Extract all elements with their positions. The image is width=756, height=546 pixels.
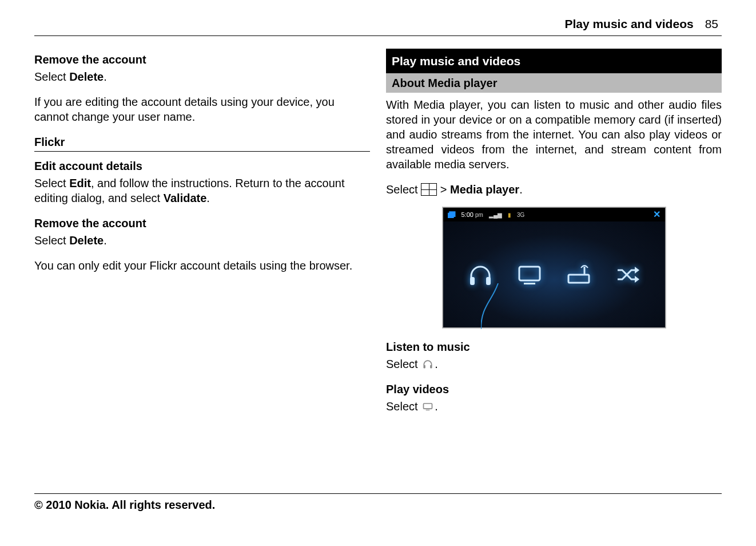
t: Select [386,400,421,413]
headphone-cord [481,283,515,329]
t: Select [386,358,421,370]
router-icon [565,261,592,288]
header-title: Play music and videos [564,17,693,31]
note-flickr-browser: You can only edit your Flickr account de… [34,258,370,273]
heading-listen-to-music: Listen to music [386,339,722,354]
apps-grid-icon [421,183,437,196]
bold-validate: Validate [164,192,207,204]
mp-ampm: pm [475,212,483,218]
header-page-number: 85 [705,17,718,31]
t: Select [34,70,69,83]
right-column: Play music and videos About Media player… [386,49,722,424]
footer-copyright: © 2010 Nokia. All rights reserved. [34,493,722,512]
text-listen-to-music: Select . [386,357,722,371]
section-title-play-music-videos: Play music and videos [386,49,722,73]
select-media-player-line: Select > Media player. [386,182,722,197]
svg-rect-0 [470,277,475,285]
about-media-player-text: With Media player, you can listen to mus… [386,97,722,172]
heading-remove-account-2: Remove the account [34,216,370,231]
t: . [435,358,438,370]
bold-media-player: Media player [450,183,519,196]
shuffle-icon [614,261,642,288]
headphones-inline-icon [421,358,435,370]
section-title-about-media-player: About Media player [386,73,722,93]
text-play-videos: Select . [386,399,722,414]
bold-edit: Edit [69,177,91,189]
svg-rect-5 [424,365,425,369]
note-cannot-change-username: If you are editing the account details u… [34,94,370,124]
t: . [435,400,438,413]
network-indicator: 3G [517,211,524,219]
svg-rect-7 [424,403,432,409]
svg-rect-2 [519,267,540,280]
text-remove-2: Select Delete. [34,233,370,248]
heading-remove-account-1: Remove the account [34,52,370,67]
bold-delete: Delete [69,70,104,83]
t: . [519,183,523,196]
signal-icon: ▂▄▆ [489,211,502,219]
bold-delete-2: Delete [69,234,104,247]
heading-play-videos: Play videos [386,382,722,397]
tv-icon [516,261,543,288]
mp-status-bar: 5:00 pm ▂▄▆ ▮ 3G ✕ [443,208,665,221]
svg-rect-8 [426,410,430,410]
svg-rect-6 [430,365,432,369]
t: > [440,183,450,196]
media-player-screenshot: 5:00 pm ▂▄▆ ▮ 3G ✕ [443,207,666,328]
close-icon: ✕ [653,209,660,221]
mp-clock: 5:00 pm [461,211,483,219]
mp-time: 5:00 [461,211,474,218]
heading-edit-account: Edit account details [34,159,370,173]
t: Select [34,177,69,189]
tv-inline-icon [421,401,435,412]
subheading-flickr: Flickr [34,134,370,152]
t: . [104,70,107,83]
battery-icon: ▮ [508,211,511,219]
page-header: Play music and videos 85 [34,17,722,36]
task-switcher-icon [448,211,456,218]
t: Select [386,183,421,196]
svg-rect-4 [568,275,589,283]
text-edit-account: Select Edit, and follow the instructions… [34,176,370,205]
text-remove-1: Select Delete. [34,69,370,84]
t: . [104,234,107,247]
t: Select [34,234,69,247]
svg-rect-3 [524,283,535,284]
t: . [206,192,210,204]
mp-body [443,221,665,327]
left-column: Remove the account Select Delete. If you… [34,49,370,424]
